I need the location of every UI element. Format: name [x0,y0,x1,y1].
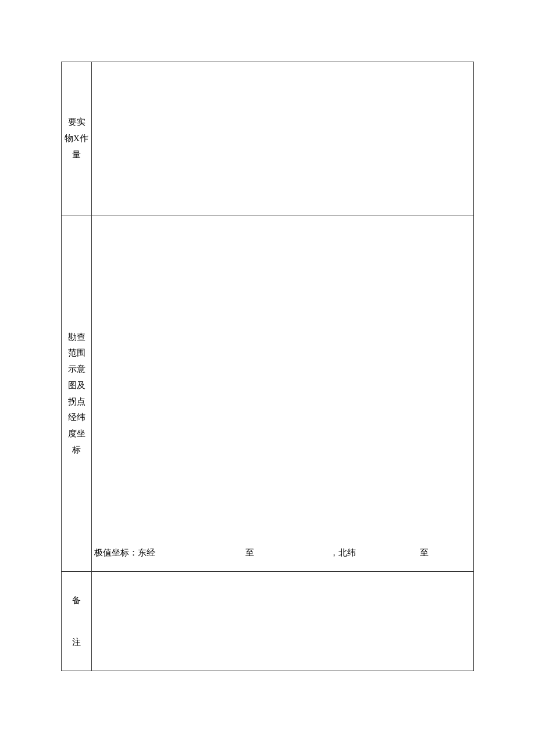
workload-label-cell: 要实物X作量 [62,62,92,216]
row-workload: 要实物X作量 [62,62,473,216]
remarks-content [92,572,473,671]
survey-label: 勘查范围示意图及拐点经纬度坐标 [64,329,89,458]
coord-to-1: 至 [245,547,254,558]
survey-content-wrapper: 极值坐标：东经 至 ，北纬 至 [92,216,473,571]
coord-north-label: ，北纬 [330,547,356,558]
remarks-label: 备注 [72,590,81,653]
row-survey-map: 勘查范围示意图及拐点经纬度坐标 极值坐标：东经 至 ，北纬 至 [62,216,473,572]
form-table: 要实物X作量 勘查范围示意图及拐点经纬度坐标 极值坐标：东经 至 ，北纬 至 备… [61,62,474,671]
coord-to-2: 至 [420,547,429,558]
coord-line: 极值坐标：东经 至 ，北纬 至 [92,534,473,571]
row-remarks: 备注 [62,572,473,671]
workload-label: 要实物X作量 [64,114,89,163]
survey-diagram-area [92,216,473,534]
workload-content [92,62,473,216]
remarks-label-cell: 备注 [62,572,92,671]
survey-label-cell: 勘查范围示意图及拐点经纬度坐标 [62,216,92,571]
coord-prefix: 极值坐标：东经 [94,547,155,558]
